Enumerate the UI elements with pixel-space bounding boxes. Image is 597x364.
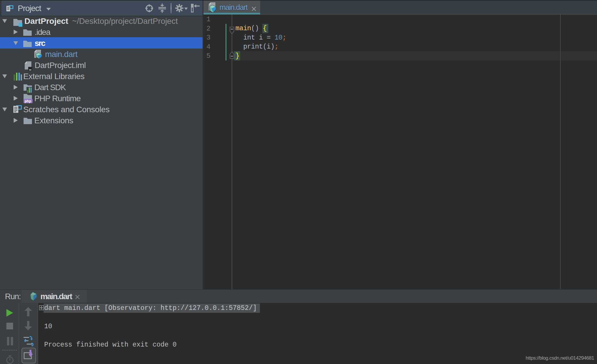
svg-text:php: php xyxy=(25,99,31,103)
